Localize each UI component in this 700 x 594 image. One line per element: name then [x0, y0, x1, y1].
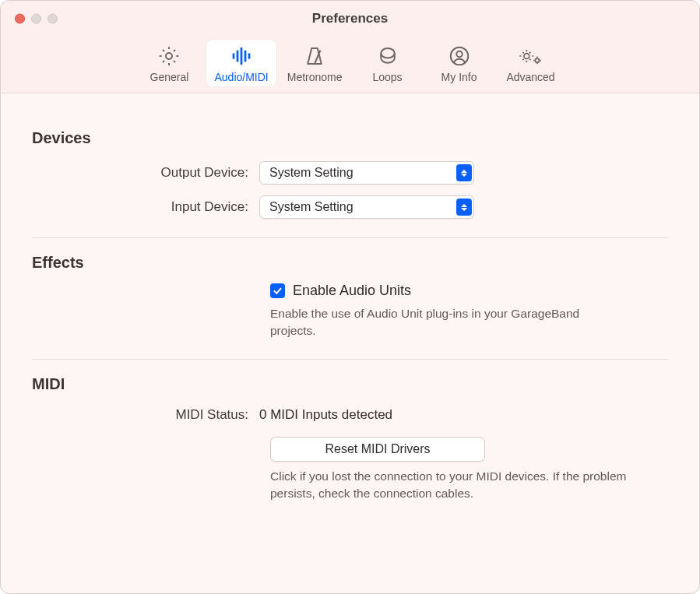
- person-circle-icon: [448, 44, 471, 68]
- zoom-icon[interactable]: [47, 14, 58, 24]
- midi-status-label: MIDI Status:: [32, 407, 259, 423]
- section-header-effects: Effects: [32, 254, 668, 272]
- svg-point-0: [166, 53, 172, 59]
- tab-metronome[interactable]: Metronome: [280, 40, 350, 86]
- output-device-value: System Setting: [269, 166, 354, 180]
- divider: [32, 237, 668, 238]
- tab-label: Metronome: [287, 71, 343, 83]
- popup-stepper-icon: [456, 199, 472, 216]
- input-device-label: Input Device:: [32, 199, 259, 215]
- metronome-icon: [303, 44, 326, 68]
- minimize-icon[interactable]: [31, 14, 41, 24]
- reset-midi-drivers-button[interactable]: Reset MIDI Drivers: [270, 437, 485, 462]
- loop-icon: [376, 44, 399, 68]
- output-device-row: Output Device: System Setting: [32, 161, 668, 185]
- tab-my-info[interactable]: My Info: [425, 40, 494, 86]
- input-device-row: Input Device: System Setting: [32, 195, 668, 219]
- reset-midi-drivers-label: Reset MIDI Drivers: [325, 442, 430, 456]
- tab-advanced[interactable]: Advanced: [497, 40, 565, 86]
- midi-status-row: MIDI Status: 0 MIDI Inputs detected: [32, 407, 668, 423]
- tab-label: Advanced: [506, 71, 554, 83]
- tab-label: My Info: [441, 71, 477, 83]
- midi-status-value: 0 MIDI Inputs detected: [259, 407, 392, 422]
- input-device-popup[interactable]: System Setting: [259, 195, 474, 219]
- svg-point-9: [456, 51, 463, 58]
- enable-audio-units-checkbox[interactable]: [270, 283, 285, 298]
- toolbar: General Audio/MIDI Metron: [1, 37, 699, 93]
- svg-point-10: [523, 54, 529, 59]
- gear-icon: [157, 44, 181, 68]
- enable-audio-units-row: Enable Audio Units: [270, 283, 668, 299]
- output-device-popup[interactable]: System Setting: [259, 161, 474, 185]
- tab-label: Loops: [372, 71, 402, 83]
- content-area: Devices Output Device: System Setting In…: [1, 93, 699, 526]
- tab-audio-midi[interactable]: Audio/MIDI: [206, 40, 276, 86]
- tab-general[interactable]: General: [135, 40, 203, 86]
- gears-icon: [518, 44, 544, 68]
- traffic-lights: [15, 14, 58, 24]
- popup-stepper-icon: [456, 164, 472, 181]
- tab-loops[interactable]: Loops: [354, 40, 422, 86]
- window-title: Preferences: [1, 11, 699, 26]
- section-header-midi: MIDI: [32, 375, 668, 393]
- titlebar: Preferences: [1, 1, 699, 37]
- input-device-value: System Setting: [269, 200, 354, 214]
- tab-label: General: [150, 71, 189, 83]
- audio-waveform-icon: [230, 44, 253, 68]
- output-device-label: Output Device:: [32, 165, 259, 181]
- reset-midi-help: Click if you lost the connection to your…: [270, 468, 652, 503]
- svg-point-11: [535, 58, 539, 62]
- svg-point-7: [381, 48, 395, 58]
- tab-label: Audio/MIDI: [214, 71, 268, 83]
- preferences-window: Preferences General: [0, 0, 700, 594]
- close-icon[interactable]: [15, 14, 25, 24]
- enable-audio-units-label: Enable Audio Units: [293, 283, 411, 299]
- enable-audio-units-help: Enable the use of Audio Unit plug-ins in…: [270, 305, 597, 340]
- section-header-devices: Devices: [32, 129, 668, 147]
- divider: [32, 359, 668, 360]
